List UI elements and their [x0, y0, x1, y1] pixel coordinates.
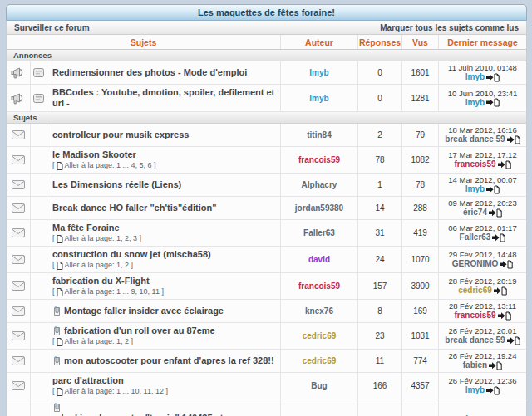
author-cell: francois59 — [281, 273, 358, 299]
topic-row: BBCodes : Youtube, dmotion, spoiler, def… — [7, 85, 526, 112]
last-poster-link[interactable]: Faller63 — [460, 232, 491, 242]
goto-page-open-bracket: [ — [52, 287, 55, 296]
author-link[interactable]: knex76 — [305, 306, 333, 316]
topic-status-cell — [7, 197, 31, 219]
author-link[interactable]: Faller63 — [303, 228, 335, 237]
go-to-last-post-icon[interactable] — [500, 260, 513, 269]
views-cell: 1031 — [402, 323, 439, 349]
topic-title-link[interactable]: fabrication d'un roll over au 87eme — [64, 325, 215, 336]
topic-title-line: BBCodes : Youtube, dmotion, spoiler, def… — [52, 87, 275, 109]
replies-cell: 157 — [358, 273, 402, 299]
topic-cell: fabrication du X-Flight[Aller à la page:… — [47, 273, 281, 299]
last-poster-link[interactable]: break dance 59 — [445, 135, 505, 144]
goto-page-link[interactable]: [Aller à la page: 1 ... 10, 11, 12 ] — [52, 387, 168, 396]
column-header-replies[interactable]: Réponses — [358, 35, 402, 49]
column-header-topics[interactable]: Sujets — [7, 35, 281, 49]
author-link[interactable]: cedric69 — [303, 356, 337, 365]
replies-cell: 1 — [358, 174, 402, 196]
last-poster-link[interactable]: éric74 — [463, 208, 487, 218]
column-header-views[interactable]: Vus — [402, 35, 439, 49]
go-to-last-post-icon[interactable] — [486, 185, 500, 194]
topic-title-link[interactable]: Redimensionner des photos - Mode d'emplo… — [52, 67, 247, 78]
author-link[interactable]: david — [308, 255, 330, 264]
topic-title-link[interactable]: mon autoscooter pour enfant d'apres la r… — [64, 355, 274, 366]
author-cell: lmyb — [281, 85, 358, 111]
section-header-annonces: Annonces — [7, 50, 526, 61]
author-cell: cedric69 — [281, 399, 358, 416]
views-cell: 1122 — [402, 399, 439, 416]
goto-page-link[interactable]: [Aller à la page: 1 ... 9, 10, 11 ] — [52, 287, 164, 296]
topic-title-link[interactable]: Les Dimensions réelle (Liens) — [52, 179, 181, 190]
author-link[interactable]: titin84 — [307, 130, 331, 139]
last-post-date: 06 Mar 2012, 01:17 — [448, 223, 516, 232]
watch-forum-link[interactable]: Surveiller ce forum — [14, 23, 90, 32]
go-to-last-post-icon[interactable] — [492, 233, 505, 242]
topic-rows-container: AnnoncesRedimensionner des photos - Mode… — [7, 50, 526, 416]
last-poster-link[interactable]: francois59 — [454, 159, 495, 169]
topic-title-link[interactable]: parc d'attraction — [52, 375, 124, 386]
topic-title-link[interactable]: Ma fête Foraine — [52, 223, 120, 233]
last-poster-link[interactable]: lmyb — [466, 184, 485, 194]
go-to-last-post-icon[interactable] — [486, 386, 500, 395]
author-link[interactable]: francois59 — [298, 155, 340, 164]
topic-row: Les Dimensions réelle (Liens)Alphacry178… — [7, 174, 526, 197]
author-link[interactable]: lmyb — [309, 94, 328, 103]
go-to-last-post-icon[interactable] — [507, 135, 520, 144]
topic-title-link[interactable]: controlleur pour musik express — [52, 130, 189, 140]
go-to-last-post-icon[interactable] — [489, 361, 502, 370]
topic-title-link[interactable]: Break dance HO faller "ch'tis"édition" — [52, 203, 216, 213]
topic-status-cell — [7, 220, 31, 246]
topic-title-link[interactable]: relooking du scooter "top-in" 140435 et … — [52, 413, 275, 416]
last-poster-link[interactable]: lmyb — [466, 385, 485, 395]
go-to-last-post-icon[interactable] — [494, 286, 507, 296]
topic-cell: Break dance HO faller "ch'tis"édition" — [47, 197, 281, 219]
mark-read-link[interactable]: Marquer tous les sujets comme lus — [380, 23, 519, 32]
last-poster-link[interactable]: lmyb — [466, 98, 485, 108]
go-to-last-post-icon[interactable] — [498, 160, 511, 169]
topic-cell: Ma fête Foraine[Aller à la page: 1, 2, 3… — [47, 220, 281, 246]
last-post-by: lmyb — [466, 72, 500, 82]
replies-cell: 23 — [358, 323, 402, 349]
forum-toolbar: Surveiller ce forum Marquer tous les suj… — [6, 21, 527, 35]
topic-title-link[interactable]: BBCodes : Youtube, dmotion, spoiler, def… — [52, 87, 275, 109]
topic-title-link[interactable]: construction du snow jet (mischa58) — [52, 249, 211, 260]
last-poster-link[interactable]: francois59 — [454, 311, 495, 321]
topic-title-link[interactable]: Montage faller insider avec éclairage — [64, 306, 224, 316]
attachment-icon — [52, 402, 62, 413]
go-to-last-post-icon[interactable] — [486, 98, 500, 107]
forum-title: Les maquettes de fêtes foraine! — [6, 4, 527, 21]
go-to-last-post-icon[interactable] — [486, 73, 500, 82]
author-link[interactable]: francois59 — [298, 281, 340, 291]
go-to-last-post-icon[interactable] — [498, 311, 511, 321]
topic-cell: relooking du scooter "top-in" 140435 et … — [47, 399, 281, 416]
column-header-author[interactable]: Auteur — [281, 35, 358, 49]
go-to-last-post-icon[interactable] — [489, 208, 502, 218]
author-link[interactable]: lmyb — [309, 68, 328, 77]
goto-page-link[interactable]: [Aller à la page: 1, 2 ] — [52, 261, 133, 270]
topic-status-cell — [7, 399, 31, 416]
last-poster-link[interactable]: break dance 59 — [445, 335, 505, 345]
column-header-last-post[interactable]: Dernier message — [439, 35, 526, 49]
envelope-icon — [12, 331, 25, 340]
goto-page-link[interactable]: [Aller à la page: 1, 2 ] — [52, 337, 133, 346]
replies-cell: 14 — [358, 197, 402, 219]
last-poster-link[interactable]: fabien — [463, 360, 487, 370]
author-link[interactable]: jordan59380 — [295, 203, 343, 213]
author-link[interactable]: cedric69 — [303, 331, 337, 340]
topic-status-cell — [7, 273, 31, 299]
last-poster-link[interactable]: lmyb — [466, 72, 485, 82]
last-poster-link[interactable]: cedric69 — [458, 286, 492, 296]
goto-page-link[interactable]: [Aller à la page: 1 ... 4, 5, 6 ] — [52, 161, 156, 170]
goto-page-open-bracket: [ — [52, 161, 55, 170]
last-poster-link[interactable]: GERONIMO — [452, 259, 499, 269]
author-link[interactable]: Bug — [311, 381, 327, 390]
goto-page-link[interactable]: [Aller à la page: 1, 2, 3 ] — [52, 234, 141, 243]
replies-cell: 2 — [358, 124, 402, 146]
go-to-last-post-icon[interactable] — [507, 336, 520, 345]
topic-cell: parc d'attraction[Aller à la page: 1 ...… — [47, 373, 281, 399]
topic-title-link[interactable]: fabrication du X-Flight — [52, 276, 150, 286]
author-link[interactable]: Alphacry — [302, 180, 337, 189]
topic-title-link[interactable]: le Madison Skooter — [52, 149, 136, 160]
page-icon — [57, 288, 63, 296]
replies-cell: 78 — [358, 147, 402, 173]
